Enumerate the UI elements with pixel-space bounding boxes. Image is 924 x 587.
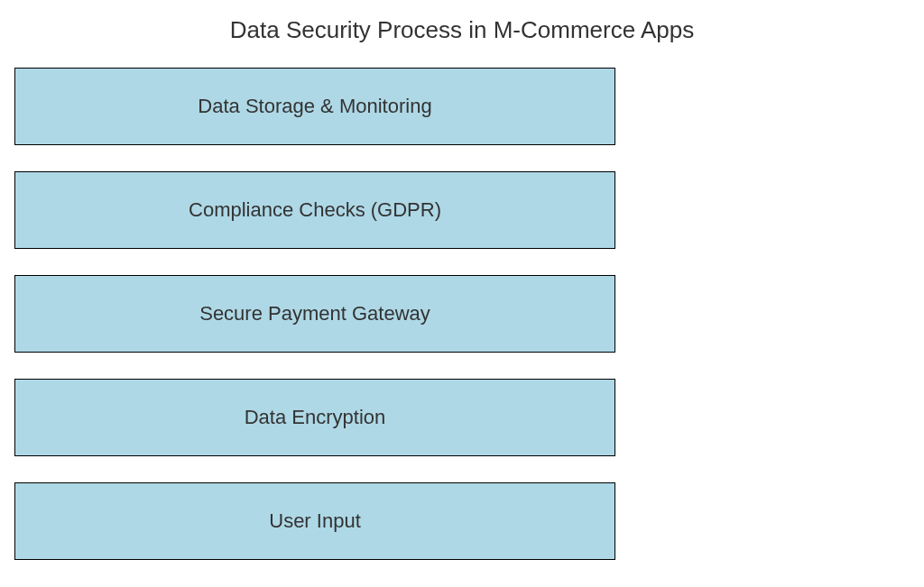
process-box-payment-gateway: Secure Payment Gateway <box>14 275 615 353</box>
process-box-label: Compliance Checks (GDPR) <box>189 198 441 222</box>
process-box-label: Data Encryption <box>245 406 386 429</box>
process-box-compliance: Compliance Checks (GDPR) <box>14 171 615 249</box>
process-box-label: User Input <box>269 509 361 533</box>
process-box-data-storage: Data Storage & Monitoring <box>14 68 615 145</box>
process-boxes-container: Data Storage & Monitoring Compliance Che… <box>14 68 615 586</box>
process-box-user-input: User Input <box>14 482 615 560</box>
diagram-title: Data Security Process in M-Commerce Apps <box>0 16 924 44</box>
process-box-label: Secure Payment Gateway <box>199 302 430 326</box>
process-box-encryption: Data Encryption <box>14 379 615 456</box>
process-box-label: Data Storage & Monitoring <box>198 95 431 118</box>
